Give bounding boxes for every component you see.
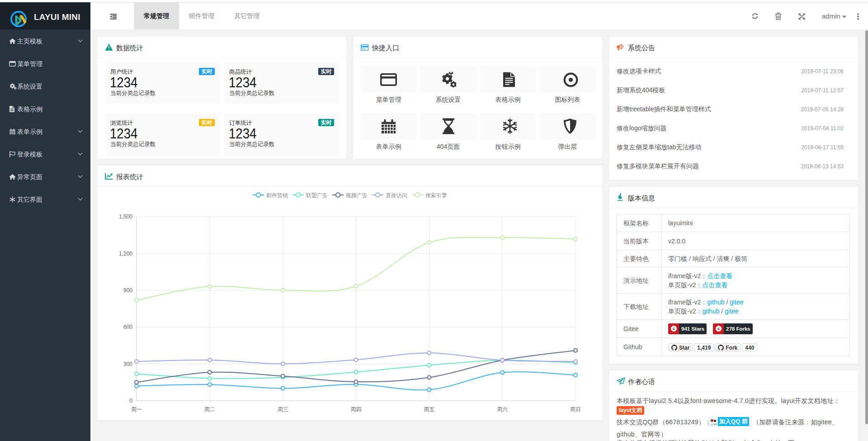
svg-text:周六: 周六 bbox=[497, 406, 508, 413]
svg-text:600: 600 bbox=[123, 324, 132, 330]
svg-text:1,500: 1,500 bbox=[119, 213, 132, 220]
svg-text:周一: 周一 bbox=[131, 406, 142, 413]
svg-text:1,200: 1,200 bbox=[119, 251, 132, 257]
svg-text:联盟广告: 联盟广告 bbox=[306, 192, 328, 199]
svg-text:周四: 周四 bbox=[351, 406, 362, 413]
svg-text:0: 0 bbox=[129, 398, 132, 404]
svg-text:周二: 周二 bbox=[204, 406, 215, 413]
svg-text:周五: 周五 bbox=[424, 406, 434, 413]
svg-text:直接访问: 直接访问 bbox=[386, 192, 407, 199]
svg-text:300: 300 bbox=[123, 361, 132, 367]
svg-text:视频广告: 视频广告 bbox=[345, 192, 368, 199]
svg-text:搜索引擎: 搜索引擎 bbox=[425, 192, 447, 199]
svg-text:900: 900 bbox=[123, 287, 132, 294]
svg-text:周日: 周日 bbox=[570, 406, 581, 413]
svg-text:周三: 周三 bbox=[278, 406, 288, 413]
svg-text:邮件营销: 邮件营销 bbox=[266, 192, 288, 199]
